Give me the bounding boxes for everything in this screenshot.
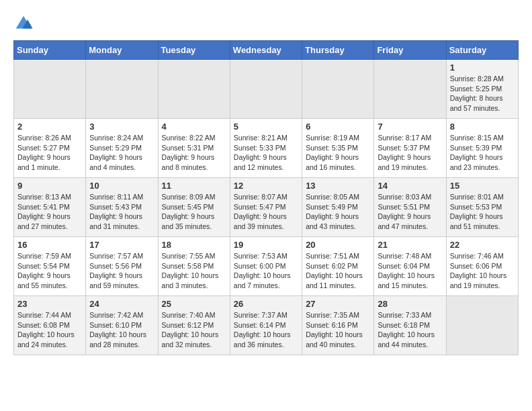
day-number: 22 xyxy=(450,240,515,250)
day-number: 23 xyxy=(17,299,82,309)
day-number: 21 xyxy=(378,240,442,250)
day-number: 20 xyxy=(306,240,370,250)
calendar-cell: 24Sunrise: 7:42 AM Sunset: 6:10 PM Dayli… xyxy=(86,296,158,355)
day-number: 8 xyxy=(450,122,515,132)
calendar-week-1: 1Sunrise: 8:28 AM Sunset: 5:25 PM Daylig… xyxy=(14,60,519,119)
day-info: Sunrise: 8:24 AM Sunset: 5:29 PM Dayligh… xyxy=(89,133,154,173)
calendar-cell: 20Sunrise: 7:51 AM Sunset: 6:02 PM Dayli… xyxy=(302,237,374,296)
day-number: 28 xyxy=(378,299,442,309)
calendar-cell: 5Sunrise: 8:21 AM Sunset: 5:33 PM Daylig… xyxy=(230,119,302,178)
page-header xyxy=(13,13,519,34)
day-number: 12 xyxy=(234,181,298,191)
day-number: 17 xyxy=(89,240,154,250)
calendar-cell: 14Sunrise: 8:03 AM Sunset: 5:51 PM Dayli… xyxy=(374,178,446,237)
day-info: Sunrise: 7:48 AM Sunset: 6:04 PM Dayligh… xyxy=(378,251,442,291)
calendar-cell: 8Sunrise: 8:15 AM Sunset: 5:39 PM Daylig… xyxy=(446,119,518,178)
calendar-cell xyxy=(230,60,302,119)
calendar-cell: 10Sunrise: 8:11 AM Sunset: 5:43 PM Dayli… xyxy=(86,178,158,237)
day-info: Sunrise: 8:09 AM Sunset: 5:45 PM Dayligh… xyxy=(162,192,226,232)
calendar-cell: 27Sunrise: 7:35 AM Sunset: 6:16 PM Dayli… xyxy=(302,296,374,355)
day-number: 6 xyxy=(306,122,370,132)
calendar-week-2: 2Sunrise: 8:26 AM Sunset: 5:27 PM Daylig… xyxy=(14,119,519,178)
calendar-cell: 4Sunrise: 8:22 AM Sunset: 5:31 PM Daylig… xyxy=(158,119,230,178)
calendar-cell: 1Sunrise: 8:28 AM Sunset: 5:25 PM Daylig… xyxy=(446,60,518,119)
calendar-cell: 11Sunrise: 8:09 AM Sunset: 5:45 PM Dayli… xyxy=(158,178,230,237)
day-number: 5 xyxy=(234,122,298,132)
calendar-cell: 7Sunrise: 8:17 AM Sunset: 5:37 PM Daylig… xyxy=(374,119,446,178)
calendar-cell: 3Sunrise: 8:24 AM Sunset: 5:29 PM Daylig… xyxy=(86,119,158,178)
day-number: 25 xyxy=(162,299,226,309)
day-number: 11 xyxy=(162,181,226,191)
day-info: Sunrise: 8:26 AM Sunset: 5:27 PM Dayligh… xyxy=(17,133,82,173)
calendar-cell: 16Sunrise: 7:59 AM Sunset: 5:54 PM Dayli… xyxy=(14,237,86,296)
day-number: 27 xyxy=(306,299,370,309)
day-info: Sunrise: 8:17 AM Sunset: 5:37 PM Dayligh… xyxy=(378,133,442,173)
day-number: 2 xyxy=(17,122,82,132)
header-thursday: Thursday xyxy=(302,41,374,60)
day-info: Sunrise: 8:01 AM Sunset: 5:53 PM Dayligh… xyxy=(450,192,515,232)
day-number: 24 xyxy=(89,299,154,309)
day-number: 10 xyxy=(89,181,154,191)
calendar-cell: 17Sunrise: 7:57 AM Sunset: 5:56 PM Dayli… xyxy=(86,237,158,296)
day-info: Sunrise: 8:19 AM Sunset: 5:35 PM Dayligh… xyxy=(306,133,370,173)
calendar-cell: 26Sunrise: 7:37 AM Sunset: 6:14 PM Dayli… xyxy=(230,296,302,355)
calendar-week-4: 16Sunrise: 7:59 AM Sunset: 5:54 PM Dayli… xyxy=(14,237,519,296)
day-number: 1 xyxy=(450,62,515,73)
day-info: Sunrise: 7:57 AM Sunset: 5:56 PM Dayligh… xyxy=(89,251,154,291)
day-info: Sunrise: 7:42 AM Sunset: 6:10 PM Dayligh… xyxy=(89,310,154,350)
calendar-cell xyxy=(158,60,230,119)
header-tuesday: Tuesday xyxy=(158,41,230,60)
header-sunday: Sunday xyxy=(14,41,86,60)
header-monday: Monday xyxy=(86,41,158,60)
logo xyxy=(13,13,36,34)
calendar-cell: 22Sunrise: 7:46 AM Sunset: 6:06 PM Dayli… xyxy=(446,237,518,296)
calendar-cell: 2Sunrise: 8:26 AM Sunset: 5:27 PM Daylig… xyxy=(14,119,86,178)
day-number: 13 xyxy=(306,181,370,191)
day-info: Sunrise: 7:40 AM Sunset: 6:12 PM Dayligh… xyxy=(162,310,226,350)
day-number: 18 xyxy=(162,240,226,250)
calendar-cell: 13Sunrise: 8:05 AM Sunset: 5:49 PM Dayli… xyxy=(302,178,374,237)
day-info: Sunrise: 7:53 AM Sunset: 6:00 PM Dayligh… xyxy=(234,251,298,291)
day-info: Sunrise: 8:03 AM Sunset: 5:51 PM Dayligh… xyxy=(378,192,442,232)
day-info: Sunrise: 8:21 AM Sunset: 5:33 PM Dayligh… xyxy=(234,133,298,173)
calendar-cell: 25Sunrise: 7:40 AM Sunset: 6:12 PM Dayli… xyxy=(158,296,230,355)
day-info: Sunrise: 7:46 AM Sunset: 6:06 PM Dayligh… xyxy=(450,251,515,291)
header-wednesday: Wednesday xyxy=(230,41,302,60)
day-number: 9 xyxy=(17,181,82,191)
calendar-table: SundayMondayTuesdayWednesdayThursdayFrid… xyxy=(13,40,519,355)
day-info: Sunrise: 8:13 AM Sunset: 5:41 PM Dayligh… xyxy=(17,192,82,232)
day-number: 16 xyxy=(17,240,82,250)
day-info: Sunrise: 8:28 AM Sunset: 5:25 PM Dayligh… xyxy=(450,74,515,113)
calendar-cell: 21Sunrise: 7:48 AM Sunset: 6:04 PM Dayli… xyxy=(374,237,446,296)
day-info: Sunrise: 8:15 AM Sunset: 5:39 PM Dayligh… xyxy=(450,133,515,173)
day-info: Sunrise: 7:51 AM Sunset: 6:02 PM Dayligh… xyxy=(306,251,370,291)
calendar-header-row: SundayMondayTuesdayWednesdayThursdayFrid… xyxy=(14,41,519,60)
day-number: 26 xyxy=(234,299,298,309)
day-number: 4 xyxy=(162,122,226,132)
calendar-cell xyxy=(374,60,446,119)
day-number: 3 xyxy=(89,122,154,132)
logo-icon xyxy=(13,13,34,34)
calendar-cell: 15Sunrise: 8:01 AM Sunset: 5:53 PM Dayli… xyxy=(446,178,518,237)
day-info: Sunrise: 7:44 AM Sunset: 6:08 PM Dayligh… xyxy=(17,310,82,350)
day-number: 7 xyxy=(378,122,442,132)
calendar-week-5: 23Sunrise: 7:44 AM Sunset: 6:08 PM Dayli… xyxy=(14,296,519,355)
day-info: Sunrise: 7:55 AM Sunset: 5:58 PM Dayligh… xyxy=(162,251,226,291)
calendar-cell xyxy=(302,60,374,119)
day-info: Sunrise: 7:37 AM Sunset: 6:14 PM Dayligh… xyxy=(234,310,298,350)
calendar-cell: 9Sunrise: 8:13 AM Sunset: 5:41 PM Daylig… xyxy=(14,178,86,237)
calendar-cell: 12Sunrise: 8:07 AM Sunset: 5:47 PM Dayli… xyxy=(230,178,302,237)
calendar-cell xyxy=(14,60,86,119)
day-info: Sunrise: 8:05 AM Sunset: 5:49 PM Dayligh… xyxy=(306,192,370,232)
day-info: Sunrise: 7:59 AM Sunset: 5:54 PM Dayligh… xyxy=(17,251,82,291)
calendar-cell: 18Sunrise: 7:55 AM Sunset: 5:58 PM Dayli… xyxy=(158,237,230,296)
calendar-cell: 23Sunrise: 7:44 AM Sunset: 6:08 PM Dayli… xyxy=(14,296,86,355)
header-friday: Friday xyxy=(374,41,446,60)
calendar-cell: 28Sunrise: 7:33 AM Sunset: 6:18 PM Dayli… xyxy=(374,296,446,355)
header-saturday: Saturday xyxy=(446,41,518,60)
calendar-cell xyxy=(446,296,518,355)
day-info: Sunrise: 8:07 AM Sunset: 5:47 PM Dayligh… xyxy=(234,192,298,232)
calendar-cell: 19Sunrise: 7:53 AM Sunset: 6:00 PM Dayli… xyxy=(230,237,302,296)
day-info: Sunrise: 8:22 AM Sunset: 5:31 PM Dayligh… xyxy=(162,133,226,173)
calendar-cell: 6Sunrise: 8:19 AM Sunset: 5:35 PM Daylig… xyxy=(302,119,374,178)
